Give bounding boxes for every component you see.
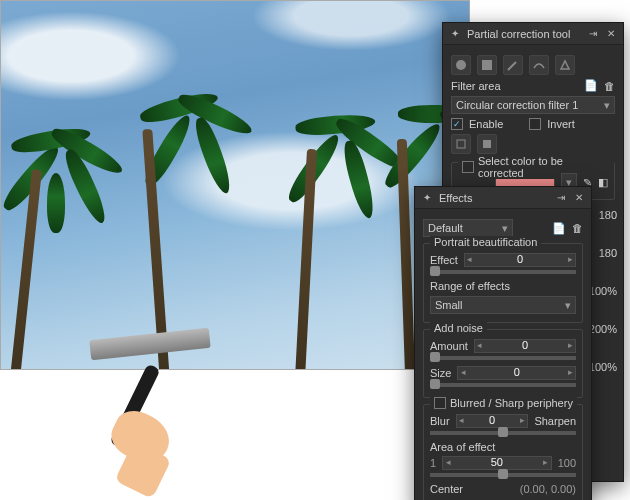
mask-tool-a[interactable] — [451, 134, 471, 154]
shape-polygon-button[interactable] — [555, 55, 575, 75]
panel-partial-titlebar[interactable]: ✦ Partial correction tool ⇥ ✕ — [443, 23, 623, 45]
area-label: Area of effect — [430, 441, 576, 453]
mask-tool-b[interactable] — [477, 134, 497, 154]
panel-pin-icon[interactable]: ⇥ — [555, 192, 567, 204]
center-value: (0.00, 0.00) — [520, 483, 576, 495]
panel-close-icon[interactable]: ✕ — [605, 28, 617, 40]
effect-slider[interactable]: ◂ 0 ▸ — [464, 253, 576, 267]
noise-legend: Add noise — [434, 322, 483, 334]
amount-track[interactable] — [430, 356, 576, 360]
blur-label: Blur — [430, 415, 450, 427]
portrait-legend: Portrait beautification — [434, 236, 537, 248]
panel-partial-title: Partial correction tool — [467, 28, 570, 40]
svg-rect-4 — [483, 140, 491, 148]
svg-point-0 — [456, 60, 466, 70]
canvas-photo — [0, 0, 470, 370]
periphery-legend: Blurred / Sharp periphery — [450, 397, 573, 409]
enable-checkbox[interactable] — [451, 118, 463, 130]
panel-pin-icon[interactable]: ⇥ — [587, 28, 599, 40]
panel-effects-title: Effects — [439, 192, 472, 204]
svg-marker-2 — [561, 61, 569, 69]
delete-filter-icon[interactable]: 🗑 — [604, 80, 615, 92]
blur-sharpen-track[interactable] — [430, 431, 576, 435]
panel-close-icon[interactable]: ✕ — [573, 192, 585, 204]
new-filter-icon[interactable]: 📄 — [584, 79, 598, 92]
preset-save-icon[interactable]: 📄 — [552, 222, 566, 235]
size-slider[interactable]: ◂ 0 ▸ — [457, 366, 576, 380]
center-label: Center — [430, 483, 463, 495]
area-min: 1 — [430, 457, 436, 469]
svg-rect-1 — [482, 60, 492, 70]
area-max: 100 — [558, 457, 576, 469]
wand-icon: ✦ — [421, 192, 433, 204]
shape-curve-button[interactable] — [529, 55, 549, 75]
select-color-label: Select color to be corrected — [478, 155, 610, 179]
effect-track[interactable] — [430, 270, 576, 274]
shape-gradient-button[interactable] — [477, 55, 497, 75]
blur-sharpen-slider[interactable]: ◂ 0 ▸ — [456, 414, 529, 428]
periphery-checkbox[interactable] — [434, 397, 446, 409]
select-color-checkbox[interactable] — [462, 161, 474, 173]
area-track[interactable] — [430, 473, 576, 477]
area-slider[interactable]: ◂ 50 ▸ — [442, 456, 552, 470]
preset-select[interactable]: Default — [423, 219, 513, 237]
shape-tool-row — [451, 55, 615, 75]
enable-label: Enable — [469, 118, 503, 130]
panel-effects: ✦ Effects ⇥ ✕ Default 📄 🗑 Portrait beaut… — [414, 186, 592, 500]
range-label: Range of effects — [430, 280, 576, 292]
sharpen-label: Sharpen — [534, 415, 576, 427]
filter-area-label: Filter area — [451, 80, 501, 92]
invert-checkbox[interactable] — [529, 118, 541, 130]
svg-rect-3 — [457, 140, 465, 148]
back-panel-values: 180 180 100% 200% 100% — [589, 209, 617, 373]
amount-slider[interactable]: ◂ 0 ▸ — [474, 339, 576, 353]
size-track[interactable] — [430, 383, 576, 387]
shape-circle-button[interactable] — [451, 55, 471, 75]
effect-label: Effect — [430, 254, 458, 266]
preset-delete-icon[interactable]: 🗑 — [572, 222, 583, 234]
shape-brush-button[interactable] — [503, 55, 523, 75]
amount-label: Amount — [430, 340, 468, 352]
size-label: Size — [430, 367, 451, 379]
panel-effects-titlebar[interactable]: ✦ Effects ⇥ ✕ — [415, 187, 591, 209]
squeegee-illustration — [70, 340, 240, 490]
invert-label: Invert — [547, 118, 575, 130]
range-select[interactable]: Small — [430, 296, 576, 314]
filter-select[interactable]: Circular correction filter 1 — [451, 96, 615, 114]
wand-icon: ✦ — [449, 28, 461, 40]
